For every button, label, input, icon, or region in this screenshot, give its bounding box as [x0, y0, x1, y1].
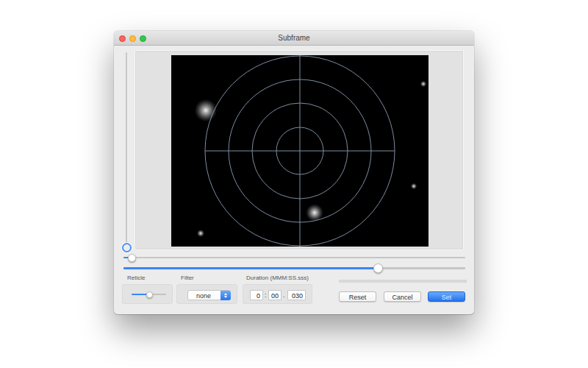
horizontal-pan-slider[interactable] — [123, 257, 465, 258]
separator-bar — [339, 280, 467, 283]
reticle-label: Reticle — [127, 275, 145, 281]
filter-group: none — [176, 284, 237, 304]
timeline-slider[interactable] — [123, 267, 465, 269]
reset-button[interactable]: Reset — [339, 291, 376, 302]
image-well — [135, 50, 464, 250]
star — [197, 230, 204, 237]
duration-dot: . — [283, 291, 285, 299]
duration-label: Duration (MMM:SS.sss) — [246, 275, 309, 281]
star — [411, 183, 417, 190]
duration-group: 0 : 00 . 030 — [243, 284, 312, 304]
timeline-slider-thumb[interactable] — [373, 263, 383, 273]
cancel-button[interactable]: Cancel — [384, 291, 421, 302]
chevron-down-icon — [224, 296, 227, 298]
vertical-slider[interactable] — [126, 52, 127, 247]
star — [306, 204, 323, 222]
subframe-preview[interactable] — [171, 55, 429, 247]
duration-minutes-field[interactable]: 0 — [250, 290, 263, 300]
timeline-slider-fill — [123, 267, 379, 269]
duration-colon: : — [265, 291, 267, 299]
filter-popup-value: none — [188, 292, 219, 300]
star — [420, 81, 427, 88]
title-bar[interactable]: Subframe — [114, 31, 474, 46]
set-button[interactable]: Set — [428, 291, 465, 302]
chevron-up-icon — [224, 293, 227, 295]
duration-millis-field[interactable]: 030 — [287, 290, 306, 300]
pan-slider-thumb[interactable] — [128, 254, 136, 262]
window-title: Subframe — [114, 34, 474, 42]
filter-label: Filter — [181, 275, 194, 281]
duration-seconds-field[interactable]: 00 — [268, 290, 282, 300]
filter-popup[interactable]: none — [187, 290, 231, 300]
reticle-overlay — [171, 55, 429, 247]
vertical-slider-thumb[interactable] — [122, 243, 132, 252]
subframe-window: Subframe Reticle — [114, 31, 474, 314]
popup-stepper-icon — [220, 291, 231, 301]
reticle-opacity-slider[interactable] — [132, 294, 166, 295]
reticle-group — [122, 284, 173, 304]
reticle-slider-thumb[interactable] — [146, 291, 153, 298]
star — [195, 99, 218, 122]
